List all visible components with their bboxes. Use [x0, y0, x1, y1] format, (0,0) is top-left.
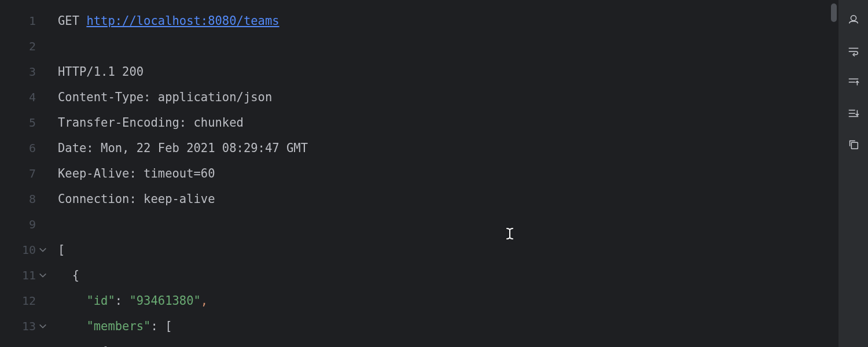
- code-line[interactable]: Transfer-Encoding: chunked: [58, 110, 830, 135]
- line-number: 8: [0, 186, 49, 212]
- code-line[interactable]: [58, 34, 830, 59]
- fold-toggle-icon[interactable]: [38, 313, 47, 339]
- vertical-scrollbar[interactable]: [830, 0, 838, 347]
- code-line[interactable]: [: [58, 237, 830, 263]
- line-number: 10: [0, 237, 49, 263]
- line-number: 1: [0, 8, 49, 34]
- inspect-icon[interactable]: [847, 13, 860, 27]
- line-number: 12: [0, 288, 49, 313]
- fold-toggle-icon[interactable]: [38, 339, 47, 347]
- http-method: GET: [58, 14, 86, 28]
- fold-toggle-icon[interactable]: [38, 263, 47, 288]
- code-line[interactable]: Connection: keep-alive: [58, 186, 830, 212]
- code-line[interactable]: "id": "93461380",: [58, 288, 830, 313]
- line-number: 7: [0, 161, 49, 186]
- code-line[interactable]: GET http://localhost:8080/teams: [58, 8, 830, 34]
- fold-toggle-icon[interactable]: [38, 237, 47, 263]
- scroll-to-bottom-icon[interactable]: [847, 106, 860, 120]
- right-toolbar: [838, 0, 868, 347]
- line-number: 11: [0, 263, 49, 288]
- code-line[interactable]: {: [58, 339, 830, 347]
- line-number: 6: [0, 135, 49, 161]
- line-number: 4: [0, 84, 49, 110]
- scroll-to-top-icon[interactable]: [847, 75, 860, 89]
- line-number: 2: [0, 34, 49, 59]
- code-line[interactable]: [58, 212, 830, 237]
- line-number: 14: [0, 339, 49, 347]
- code-editor[interactable]: GET http://localhost:8080/teams HTTP/1.1…: [53, 0, 830, 347]
- svg-rect-1: [851, 142, 858, 149]
- code-line[interactable]: {: [58, 263, 830, 288]
- line-number-gutter: 1 2 3 4 5 6 7 8 9 10 11 12 13 14: [0, 0, 53, 347]
- soft-wrap-icon[interactable]: [847, 44, 860, 58]
- line-number: 3: [0, 59, 49, 84]
- code-line[interactable]: Date: Mon, 22 Feb 2021 08:29:47 GMT: [58, 135, 830, 161]
- line-number: 5: [0, 110, 49, 135]
- code-line[interactable]: Keep-Alive: timeout=60: [58, 161, 830, 186]
- code-line[interactable]: Content-Type: application/json: [58, 84, 830, 110]
- svg-point-0: [851, 16, 856, 21]
- copy-icon[interactable]: [847, 138, 860, 152]
- scrollbar-thumb[interactable]: [831, 3, 837, 22]
- code-line[interactable]: HTTP/1.1 200: [58, 59, 830, 84]
- request-url-link[interactable]: http://localhost:8080/teams: [86, 14, 279, 28]
- line-number: 9: [0, 212, 49, 237]
- line-number: 13: [0, 313, 49, 339]
- code-line[interactable]: "members": [: [58, 313, 830, 339]
